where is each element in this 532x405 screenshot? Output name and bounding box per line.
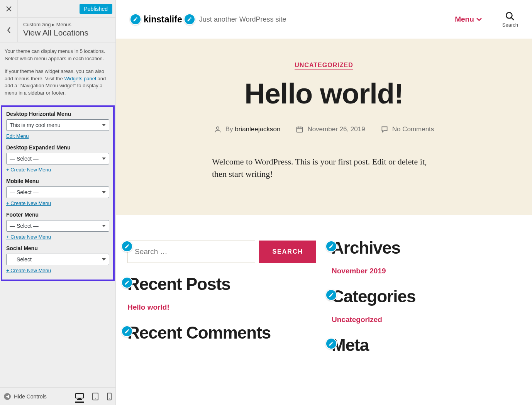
edit-shortcut-icon[interactable] — [184, 14, 195, 25]
svg-rect-0 — [76, 393, 83, 398]
search-icon — [505, 11, 515, 21]
edit-shortcut-icon[interactable] — [121, 325, 133, 337]
widget-title: Recent Comments — [127, 323, 316, 342]
location-label: Footer Menu — [6, 212, 109, 218]
site-title[interactable]: kinstalife — [144, 14, 182, 25]
location-desktop-expanded: Desktop Expanded Menu — Select — + Creat… — [6, 144, 109, 173]
published-button[interactable]: Published — [80, 4, 113, 14]
location-select-desktop-expanded[interactable]: — Select — — [6, 153, 109, 164]
device-mobile-icon[interactable] — [107, 393, 112, 400]
location-desktop-horizontal: Desktop Horizontal Menu This is my cool … — [6, 111, 109, 139]
post-meta: By brianleejackson November 26, 2019 No … — [135, 125, 513, 133]
search-submit-button[interactable]: SEARCH — [259, 241, 316, 263]
edit-shortcut-icon[interactable] — [130, 14, 141, 25]
location-select-mobile[interactable]: — Select — — [6, 186, 109, 198]
site-tagline: Just another WordPress site — [199, 15, 286, 24]
calendar-icon — [296, 125, 303, 133]
create-menu-link[interactable]: + Create New Menu — [6, 167, 51, 173]
widget-meta: Meta — [332, 336, 520, 355]
widget-archives: Archives November 2019 — [332, 238, 520, 275]
archive-link[interactable]: November 2019 — [332, 267, 386, 275]
sidebar-footer: ◀ Hide Controls — [0, 387, 115, 405]
device-desktop-icon[interactable] — [75, 393, 84, 403]
location-footer: Footer Menu — Select — + Create New Menu — [6, 212, 109, 240]
location-mobile: Mobile Menu — Select — + Create New Menu — [6, 178, 109, 206]
post-excerpt: Welcome to WordPress. This is your first… — [212, 156, 436, 180]
edit-shortcut-icon[interactable] — [325, 338, 337, 349]
footer-widgets: SEARCH Recent Posts Hello world! Recent … — [116, 215, 532, 363]
recent-post-link[interactable]: Hello world! — [127, 303, 169, 312]
menu-locations-box: Desktop Horizontal Menu This is my cool … — [1, 105, 115, 281]
author-link[interactable]: brianleejackson — [235, 125, 280, 133]
location-select-footer[interactable]: — Select — — [6, 220, 109, 232]
widget-categories: Categories Uncategorized — [332, 287, 520, 324]
post-hero: UNCATEGORIZED Hello world! By brianleeja… — [116, 39, 532, 215]
sidebar-header: Customizing ▸ Menus View All Locations — [0, 18, 115, 42]
post-title: Hello world! — [135, 77, 513, 110]
hide-controls-button[interactable]: ◀ Hide Controls — [4, 393, 47, 400]
edit-shortcut-icon[interactable] — [121, 277, 133, 288]
widgets-panel-link[interactable]: Widgets panel — [64, 76, 96, 81]
back-button[interactable] — [0, 18, 18, 42]
svg-point-4 — [95, 398, 96, 399]
widget-title: Meta — [332, 336, 520, 355]
divider — [492, 14, 492, 25]
location-label: Desktop Expanded Menu — [6, 144, 109, 151]
edit-shortcut-icon[interactable] — [121, 241, 133, 252]
comments-link[interactable]: No Comments — [392, 125, 434, 133]
svg-rect-9 — [297, 127, 303, 132]
search-input[interactable] — [127, 241, 255, 263]
edit-shortcut-icon[interactable] — [325, 289, 337, 301]
category-item-link[interactable]: Uncategorized — [332, 315, 382, 324]
chevron-down-icon — [476, 17, 482, 21]
svg-rect-2 — [77, 399, 82, 400]
menu-toggle-button[interactable]: Menu — [455, 15, 482, 24]
search-toggle-button[interactable]: Search — [502, 11, 518, 28]
location-select-desktop-horizontal[interactable]: This is my cool menu — [6, 119, 109, 131]
edit-menu-link[interactable]: Edit Menu — [6, 133, 29, 139]
create-menu-link[interactable]: + Create New Menu — [6, 268, 51, 273]
location-social: Social Menu — Select — + Create New Menu — [6, 245, 109, 273]
device-tablet-icon[interactable] — [92, 393, 98, 400]
comment-icon — [381, 125, 388, 133]
location-select-social[interactable]: — Select — — [6, 254, 109, 265]
customizer-sidebar: Published Customizing ▸ Menus View All L… — [0, 0, 116, 405]
create-menu-link[interactable]: + Create New Menu — [6, 200, 51, 206]
widget-title: Archives — [332, 238, 520, 258]
widget-recent-comments: Recent Comments — [127, 323, 316, 342]
close-button[interactable] — [0, 0, 18, 17]
widget-recent-posts: Recent Posts Hello world! — [127, 275, 316, 312]
edit-shortcut-icon[interactable] — [325, 241, 337, 252]
widget-search: SEARCH — [127, 238, 316, 263]
post-date: November 26, 2019 — [307, 125, 365, 133]
svg-rect-1 — [78, 398, 81, 399]
svg-point-7 — [507, 12, 512, 18]
widget-title: Categories — [332, 287, 520, 306]
category-link[interactable]: UNCATEGORIZED — [295, 62, 353, 69]
location-label: Mobile Menu — [6, 178, 109, 184]
svg-point-6 — [109, 398, 110, 399]
svg-point-8 — [216, 127, 219, 129]
site-preview: kinstalife Just another WordPress site M… — [116, 0, 532, 405]
sidebar-topbar: Published — [0, 0, 115, 18]
breadcrumb: Customizing ▸ Menus — [23, 22, 88, 27]
location-label: Desktop Horizontal Menu — [6, 111, 109, 117]
panel-title: View All Locations — [23, 28, 88, 37]
widget-title: Recent Posts — [127, 275, 316, 294]
create-menu-link[interactable]: + Create New Menu — [6, 234, 51, 240]
preview-header: kinstalife Just another WordPress site M… — [116, 0, 532, 39]
location-label: Social Menu — [6, 245, 109, 251]
user-icon — [214, 125, 222, 133]
panel-description: Your theme can display menus in 5 locati… — [0, 42, 115, 105]
